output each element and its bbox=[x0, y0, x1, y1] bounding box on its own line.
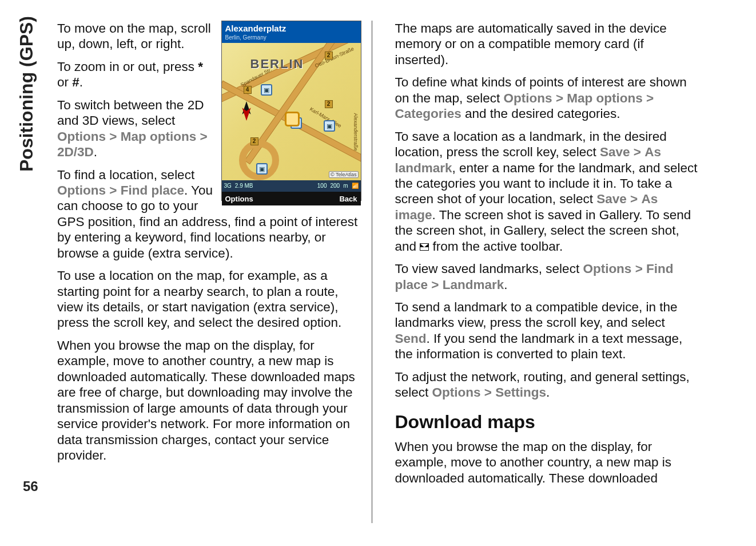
menu-save: Save bbox=[600, 145, 630, 159]
route-marker: 2 bbox=[325, 100, 333, 108]
route-marker: 4 bbox=[244, 86, 252, 94]
map-subtitle: Berlin, Germany bbox=[222, 34, 361, 43]
separator: > bbox=[646, 91, 654, 105]
softkey-options[interactable]: Options bbox=[225, 195, 253, 204]
compass-icon bbox=[236, 100, 257, 122]
menu-landmark: Landmark bbox=[443, 278, 504, 292]
text: . If you send the landmark in a text mes… bbox=[395, 331, 683, 361]
menu-options: Options bbox=[57, 129, 106, 144]
menu-categories: Categories bbox=[395, 106, 461, 121]
para-poi: To define what kinds of points of intere… bbox=[395, 74, 699, 121]
text: . bbox=[79, 75, 83, 89]
map-screenshot: Alexanderplatz Berlin, Germany Otto-Brau… bbox=[221, 21, 361, 201]
envelope-icon bbox=[420, 243, 429, 251]
para-settings: To adjust the network, routing, and gene… bbox=[395, 369, 699, 401]
poi-icon[interactable]: ▣ bbox=[256, 163, 268, 175]
menu-map-options: Map options bbox=[567, 91, 642, 105]
poi-icon[interactable]: ▣ bbox=[261, 84, 272, 96]
separator: > bbox=[635, 262, 643, 276]
map-cursor[interactable] bbox=[285, 112, 300, 126]
menu-map-options: Map options bbox=[121, 129, 196, 144]
route-marker: 2 bbox=[325, 52, 333, 60]
para-view-landmarks: To view saved landmarks, select Options … bbox=[395, 261, 699, 292]
separator: > bbox=[556, 91, 563, 105]
network-indicator: 3G bbox=[224, 183, 232, 189]
menu-settings: Settings bbox=[495, 385, 546, 399]
para-save-landmark: To save a location as a landmark, in the… bbox=[395, 129, 699, 255]
right-column: The maps are automatically saved in the … bbox=[395, 21, 699, 523]
page-content: Alexanderplatz Berlin, Germany Otto-Brau… bbox=[57, 21, 699, 523]
para-download-cont: When you browse the map on the display, … bbox=[395, 439, 699, 486]
para-use-location: To use a location on the map, for exampl… bbox=[57, 268, 361, 331]
text: To find a location, select bbox=[57, 168, 194, 182]
poi-icon[interactable]: ▣ bbox=[324, 120, 335, 132]
para-saved: The maps are automatically saved in the … bbox=[395, 21, 699, 68]
menu-options: Options bbox=[583, 262, 631, 276]
heading-download-maps: Download maps bbox=[395, 411, 699, 433]
signal-icon: 📶 bbox=[352, 183, 359, 189]
map-copyright: © TeleAtlas bbox=[329, 171, 359, 179]
city-label: BERLIN bbox=[250, 57, 304, 72]
page-number: 56 bbox=[23, 478, 38, 494]
route-marker: 2 bbox=[250, 137, 258, 145]
para-send-landmark: To send a landmark to a compatible devic… bbox=[395, 299, 699, 362]
data-size: 2.9 MB bbox=[235, 183, 253, 189]
menu-options: Options bbox=[57, 183, 106, 197]
key-hash: # bbox=[72, 75, 79, 89]
text: . bbox=[546, 385, 550, 399]
separator: > bbox=[634, 145, 641, 159]
map-canvas[interactable]: Otto-Braun-Straße Karl-Marx-Allee Spanda… bbox=[222, 43, 361, 180]
road-label: Alexanderstraße bbox=[352, 113, 358, 151]
text: To switch between the 2D and 3D views, s… bbox=[57, 98, 204, 128]
menu-save: Save bbox=[596, 192, 627, 206]
key-star: * bbox=[198, 60, 203, 74]
sidebar: Positioning (GPS) 56 bbox=[0, 0, 51, 546]
section-title: Positioning (GPS) bbox=[16, 16, 37, 172]
separator: > bbox=[109, 183, 117, 197]
separator: > bbox=[484, 385, 492, 399]
scale-100: 100 bbox=[317, 183, 327, 189]
menu-options: Options bbox=[432, 385, 481, 399]
menu-send: Send bbox=[395, 331, 427, 346]
text: To send a landmark to a compatible devic… bbox=[395, 300, 678, 330]
menu-options: Options bbox=[504, 91, 552, 105]
map-status-bar: 3G 2.9 MB 100 200 m 📶 bbox=[222, 180, 361, 192]
menu-2d3d: 2D/3D bbox=[57, 145, 94, 159]
text: To view saved landmarks, select bbox=[395, 262, 583, 276]
text: To zoom in or out, press bbox=[57, 60, 198, 74]
separator: > bbox=[630, 192, 638, 206]
softkey-bar: Options Back bbox=[222, 192, 361, 205]
scale-200: 200 bbox=[330, 183, 340, 189]
separator: > bbox=[109, 129, 117, 144]
left-column: Alexanderplatz Berlin, Germany Otto-Brau… bbox=[57, 21, 372, 523]
text: and the desired categories. bbox=[461, 106, 620, 121]
separator: > bbox=[200, 129, 207, 144]
scale-unit: m bbox=[343, 183, 348, 189]
text: from the active toolbar. bbox=[429, 239, 563, 254]
softkey-back[interactable]: Back bbox=[339, 195, 357, 204]
map-title: Alexanderplatz bbox=[222, 21, 361, 34]
text: or bbox=[57, 75, 72, 89]
text: . bbox=[504, 278, 507, 292]
menu-find-place: Find place bbox=[121, 183, 184, 197]
text: . bbox=[94, 145, 97, 159]
separator: > bbox=[431, 278, 439, 292]
para-download-info: When you browse the map on the display, … bbox=[57, 338, 361, 464]
